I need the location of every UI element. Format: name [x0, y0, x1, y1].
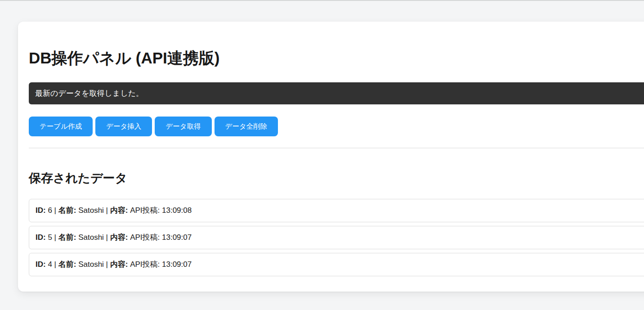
record-content-label: 内容: — [110, 233, 128, 242]
record-name-value: Satoshi — [78, 206, 104, 215]
delete-all-data-button[interactable]: データ全削除 — [215, 117, 278, 136]
create-table-button[interactable]: テーブル作成 — [29, 117, 93, 136]
record-id-label: ID: — [36, 260, 46, 269]
separator: | — [54, 206, 56, 215]
record-content-value: API投稿: 13:09:07 — [130, 260, 192, 269]
separator: | — [106, 233, 108, 242]
insert-data-button[interactable]: データ挿入 — [95, 117, 152, 136]
record-id-value: 4 — [48, 260, 52, 269]
db-panel-card: DB操作パネル (API連携版) 最新のデータを取得しました。 テーブル作成 デ… — [18, 22, 644, 292]
record-content-label: 内容: — [110, 206, 128, 215]
record-item: ID: 4 | 名前: Satoshi | 内容: API投稿: 13:09:0… — [29, 253, 644, 276]
record-name-label: 名前: — [58, 260, 76, 269]
record-id-value: 6 — [48, 206, 52, 215]
record-content-value: API投稿: 13:09:07 — [130, 233, 192, 242]
records-heading: 保存されたデータ — [29, 171, 644, 185]
divider — [29, 148, 644, 148]
record-id-label: ID: — [36, 206, 46, 215]
page-title: DB操作パネル (API連携版) — [29, 49, 644, 67]
record-content-value: API投稿: 13:09:08 — [130, 206, 192, 215]
toolbar: テーブル作成 データ挿入 データ取得 データ全削除 — [29, 117, 644, 136]
record-item: ID: 6 | 名前: Satoshi | 内容: API投稿: 13:09:0… — [29, 199, 644, 222]
records-list: ID: 6 | 名前: Satoshi | 内容: API投稿: 13:09:0… — [29, 199, 644, 276]
separator: | — [106, 260, 108, 269]
separator: | — [106, 206, 108, 215]
status-banner: 最新のデータを取得しました。 — [29, 82, 644, 104]
record-name-value: Satoshi — [78, 260, 104, 269]
record-name-label: 名前: — [58, 206, 76, 215]
record-name-label: 名前: — [58, 233, 76, 242]
separator: | — [54, 260, 56, 269]
record-id-label: ID: — [36, 233, 46, 242]
viewport-top-edge — [0, 0, 644, 1]
record-id-value: 5 — [48, 233, 52, 242]
fetch-data-button[interactable]: データ取得 — [155, 117, 211, 136]
record-content-label: 内容: — [110, 260, 128, 269]
record-item: ID: 5 | 名前: Satoshi | 内容: API投稿: 13:09:0… — [29, 226, 644, 249]
separator: | — [54, 233, 56, 242]
record-name-value: Satoshi — [78, 233, 104, 242]
